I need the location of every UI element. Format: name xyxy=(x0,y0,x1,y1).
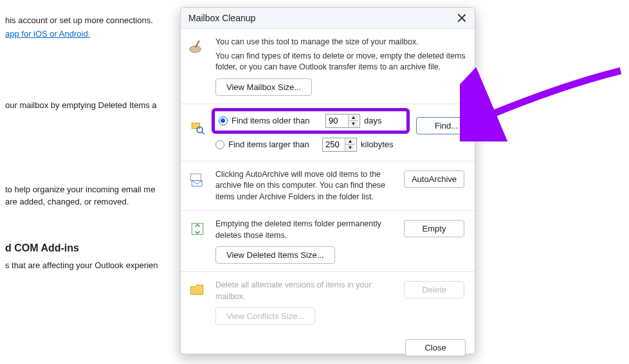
bg-text: s that are affecting your Outlook experi… xyxy=(5,260,199,270)
empty-text-col: Emptying the deleted items folder perman… xyxy=(215,219,397,264)
find-older-radio[interactable] xyxy=(219,116,228,125)
bg-text: to help organize your incoming email me xyxy=(5,185,199,194)
broom-icon xyxy=(186,37,209,96)
older-unit: days xyxy=(364,116,403,125)
spin-down-icon[interactable]: ▼ xyxy=(345,145,355,151)
view-mailbox-size-button[interactable]: View Mailbox Size... xyxy=(215,78,312,96)
larger-kb-input[interactable] xyxy=(323,138,345,150)
intro-line1: You can use this tool to manage the size… xyxy=(215,37,467,48)
autoarchive-button[interactable]: AutoArchive xyxy=(404,170,464,188)
close-icon[interactable] xyxy=(457,13,467,23)
autoarchive-section: Clicking AutoArchive will move old items… xyxy=(181,161,475,212)
bg-link-line: app for iOS or Android. xyxy=(5,29,199,39)
svg-rect-5 xyxy=(191,174,201,181)
intro-text: You can use this tool to manage the size… xyxy=(215,37,467,96)
bg-text: his account or set up more connections. xyxy=(5,15,199,25)
background-content: his account or set up more connections. … xyxy=(0,0,199,364)
app-link[interactable]: app for iOS or Android. xyxy=(5,29,90,39)
dialog-titlebar: Mailbox Cleanup xyxy=(181,8,475,29)
spin-up-icon[interactable]: ▲ xyxy=(345,138,355,145)
find-button[interactable]: Find... xyxy=(416,117,477,134)
find-older-label: Find items older than xyxy=(232,116,322,125)
larger-unit: kilobytes xyxy=(361,140,399,149)
recycle-icon xyxy=(186,219,209,264)
dialog-title: Mailbox Cleanup xyxy=(188,13,255,23)
conflicts-section: Delete all alternate versions of items i… xyxy=(181,272,475,332)
search-tools-icon xyxy=(186,108,209,154)
find-options: Find items older than ▲ ▼ days Find item… xyxy=(215,108,410,154)
view-deleted-size-button[interactable]: View Deleted Items Size... xyxy=(215,246,335,264)
bg-heading: d COM Add-ins xyxy=(5,242,199,254)
find-older-row: Find items older than ▲ ▼ days xyxy=(212,108,410,134)
archive-icon xyxy=(186,169,209,203)
find-section: Find items older than ▲ ▼ days Find item… xyxy=(181,104,475,161)
bg-text: our mailbox by emptying Deleted Items a xyxy=(5,100,199,110)
older-days-spinbox[interactable]: ▲ ▼ xyxy=(325,114,360,128)
find-larger-radio[interactable] xyxy=(215,140,224,149)
intro-section: You can use this tool to manage the size… xyxy=(181,29,475,104)
conflicts-text-col: Delete all alternate versions of items i… xyxy=(215,280,397,325)
bg-text: are added, changed, or removed. xyxy=(5,197,199,206)
conflicts-text: Delete all alternate versions of items i… xyxy=(215,280,397,302)
larger-kb-spinbox[interactable]: ▲ ▼ xyxy=(322,138,357,152)
folder-icon xyxy=(186,280,209,325)
autoarchive-text: Clicking AutoArchive will move old items… xyxy=(215,169,397,203)
dialog-body: You can use this tool to manage the size… xyxy=(181,29,475,332)
find-button-col: Find... xyxy=(416,108,479,154)
find-larger-row: Find items larger than ▲ ▼ kilobytes xyxy=(215,135,410,154)
empty-section: Emptying the deleted items folder perman… xyxy=(181,211,475,272)
older-days-input[interactable] xyxy=(326,114,348,127)
delete-button: Delete xyxy=(404,281,464,298)
svg-line-4 xyxy=(202,132,205,134)
find-larger-label: Find items larger than xyxy=(228,140,318,149)
annotation-arrow xyxy=(460,58,629,141)
intro-line2: You can find types of items to delete or… xyxy=(215,51,467,73)
spin-down-icon[interactable]: ▼ xyxy=(349,121,358,127)
view-conflicts-size-button: View Conflicts Size... xyxy=(215,307,315,325)
mailbox-cleanup-dialog: Mailbox Cleanup You can use this tool to… xyxy=(180,7,475,354)
close-button[interactable]: Close xyxy=(405,339,466,356)
spin-up-icon[interactable]: ▲ xyxy=(349,114,358,122)
empty-button[interactable]: Empty xyxy=(404,220,464,237)
dialog-footer: Close xyxy=(181,332,475,363)
empty-text: Emptying the deleted items folder perman… xyxy=(215,219,397,241)
